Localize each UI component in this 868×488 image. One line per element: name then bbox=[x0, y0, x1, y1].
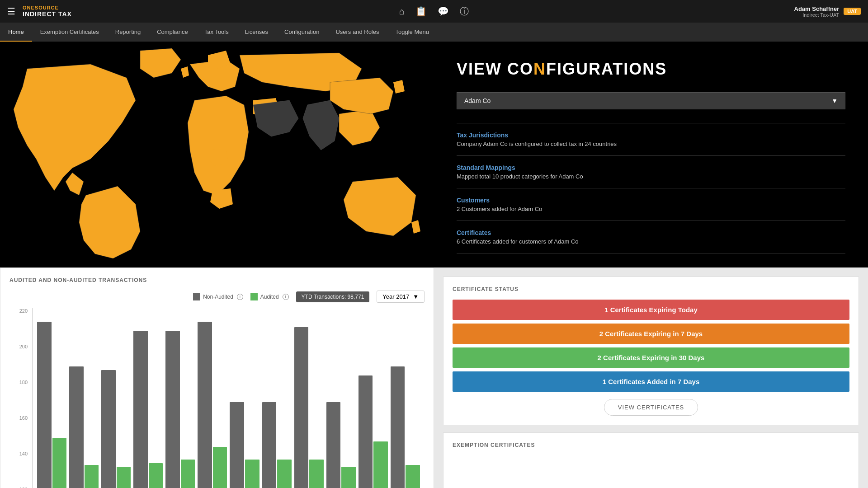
y-label-200: 200 bbox=[19, 344, 28, 349]
user-sub: Indirect Tax-UAT bbox=[802, 12, 839, 18]
bar-green-12 bbox=[406, 465, 420, 488]
exemption-title: EXEMPTION CERTIFICATES bbox=[453, 442, 849, 448]
nav-home[interactable]: Home bbox=[0, 23, 32, 42]
bar-group-9 bbox=[294, 313, 324, 488]
bar-group-10 bbox=[326, 313, 356, 488]
non-audited-info-icon[interactable]: i bbox=[237, 294, 243, 300]
ytd-badge: YTD Transactions: 98,771 bbox=[296, 291, 370, 302]
y-label-180: 180 bbox=[19, 380, 28, 385]
bar-group-4 bbox=[133, 313, 163, 488]
bar-grey-7 bbox=[230, 402, 244, 488]
legend-audited-label: Audited bbox=[260, 294, 279, 300]
bar-green-6 bbox=[213, 447, 227, 488]
config-item-certificates: Certificates 6 Certificates added for cu… bbox=[457, 221, 845, 253]
message-icon[interactable]: 💬 bbox=[438, 6, 449, 17]
exemption-panel: EXEMPTION CERTIFICATES bbox=[443, 432, 859, 488]
bar-green-7 bbox=[245, 460, 259, 488]
cert-added-7-btn[interactable]: 1 Certificates Added in 7 Days bbox=[453, 371, 849, 392]
user-name: Adam Schaffner bbox=[794, 5, 840, 12]
audited-info-icon[interactable]: i bbox=[283, 294, 289, 300]
hero-section: VIEW CONFIGURATIONS Adam Co ▼ Tax Jurisd… bbox=[0, 42, 868, 267]
legend-non-audited: Non-Audited i bbox=[193, 293, 243, 300]
bar-group-12 bbox=[391, 313, 420, 488]
nav-bar: Home Exemption Certificates Reporting Co… bbox=[0, 23, 868, 42]
cert-expiring-7-btn[interactable]: 2 Certificates Expiring in 7 Days bbox=[453, 324, 849, 344]
bar-group-7 bbox=[230, 313, 259, 488]
year-label: Year 2017 bbox=[382, 293, 409, 300]
config-items: Tax Jurisdictions Company Adam Co is con… bbox=[457, 123, 845, 253]
year-select[interactable]: Year 2017 ▼ bbox=[377, 291, 425, 303]
y-axis: 220 200 180 160 140 120 bbox=[9, 308, 30, 488]
top-icons: ⌂ 📋 💬 ⓘ bbox=[399, 5, 469, 18]
bar-grey-10 bbox=[326, 402, 341, 488]
bottom-section: AUDITED AND NON-AUDITED TRANSACTIONS Non… bbox=[0, 267, 868, 488]
chart-panel: AUDITED AND NON-AUDITED TRANSACTIONS Non… bbox=[0, 267, 434, 488]
bar-grey-4 bbox=[133, 331, 148, 488]
config-item-standard-mappings: Standard Mappings Mapped total 10 produc… bbox=[457, 156, 845, 188]
bar-grey-3 bbox=[101, 370, 116, 488]
bar-grey-1 bbox=[37, 322, 52, 488]
cert-expiring-today-btn[interactable]: 1 Certificates Expiring Today bbox=[453, 300, 849, 320]
chart-title: AUDITED AND NON-AUDITED TRANSACTIONS bbox=[9, 277, 425, 283]
bar-green-3 bbox=[117, 467, 131, 488]
nav-configuration[interactable]: Configuration bbox=[276, 23, 327, 42]
bar-green-11 bbox=[373, 441, 388, 488]
company-dropdown[interactable]: Adam Co ▼ bbox=[457, 92, 845, 109]
config-item-customers: Customers 2 Customers added for Adam Co bbox=[457, 188, 845, 221]
company-name: Adam Co bbox=[464, 97, 491, 104]
y-label-140: 140 bbox=[19, 451, 28, 456]
bar-green-1 bbox=[52, 438, 67, 488]
nav-compliance[interactable]: Compliance bbox=[149, 23, 196, 42]
standard-mappings-desc: Mapped total 10 product categories for A… bbox=[457, 173, 845, 180]
config-title: VIEW CONFIGURATIONS bbox=[457, 60, 845, 79]
nav-licenses[interactable]: Licenses bbox=[237, 23, 276, 42]
view-certificates-btn[interactable]: VIEW CERTIFICATES bbox=[604, 399, 698, 416]
customers-desc: 2 Customers added for Adam Co bbox=[457, 206, 845, 212]
bar-group-6 bbox=[198, 313, 227, 488]
world-map bbox=[0, 42, 434, 267]
home-icon[interactable]: ⌂ bbox=[399, 6, 405, 17]
standard-mappings-link[interactable]: Standard Mappings bbox=[457, 164, 845, 171]
bar-green-8 bbox=[277, 460, 292, 488]
uat-badge: UAT bbox=[844, 8, 861, 15]
certificates-desc: 6 Certificates added for customers of Ad… bbox=[457, 238, 845, 245]
bar-group-11 bbox=[359, 313, 388, 488]
tax-jurisdictions-link[interactable]: Tax Jurisdictions bbox=[457, 131, 845, 139]
report-icon[interactable]: 📋 bbox=[415, 6, 427, 17]
bar-grey-11 bbox=[359, 375, 373, 488]
chart-controls: Non-Audited i Audited i YTD Transactions… bbox=[9, 291, 425, 303]
right-panel: CERTIFICATE STATUS 1 Certificates Expiri… bbox=[434, 267, 868, 488]
legend-non-audited-label: Non-Audited bbox=[203, 294, 233, 300]
hamburger-icon[interactable]: ☰ bbox=[7, 6, 15, 17]
bar-group-5 bbox=[165, 313, 195, 488]
bar-group-1 bbox=[37, 313, 66, 488]
config-item-tax-jurisdictions: Tax Jurisdictions Company Adam Co is con… bbox=[457, 123, 845, 156]
bar-green-4 bbox=[149, 463, 163, 488]
nav-reporting[interactable]: Reporting bbox=[107, 23, 149, 42]
config-section: VIEW CONFIGURATIONS Adam Co ▼ Tax Jurisd… bbox=[434, 42, 868, 267]
bar-green-2 bbox=[85, 465, 99, 488]
nav-toggle-menu[interactable]: Toggle Menu bbox=[387, 23, 437, 42]
legend-audited-box bbox=[250, 293, 258, 300]
chart-area: 220 200 180 160 140 120 bbox=[9, 308, 425, 488]
brand-bottom: INDIRECT TAX bbox=[23, 10, 72, 18]
legend-audited: Audited i bbox=[250, 293, 289, 300]
bar-grey-8 bbox=[262, 402, 277, 488]
bars-container bbox=[32, 308, 425, 488]
tax-jurisdictions-desc: Company Adam Co is configured to collect… bbox=[457, 141, 845, 147]
certificates-link[interactable]: Certificates bbox=[457, 229, 845, 236]
user-info: Adam Schaffner Indirect Tax-UAT bbox=[794, 5, 840, 18]
bar-green-5 bbox=[181, 460, 195, 488]
nav-users-roles[interactable]: Users and Roles bbox=[327, 23, 387, 42]
cert-expiring-30-btn[interactable]: 2 Certificates Expiring in 30 Days bbox=[453, 347, 849, 368]
nav-exemption-certificates[interactable]: Exemption Certificates bbox=[32, 23, 107, 42]
brand: ONESOURCE INDIRECT TAX bbox=[23, 5, 72, 18]
bar-group-2 bbox=[69, 313, 99, 488]
bar-grey-9 bbox=[294, 327, 309, 488]
brand-top: ONESOURCE bbox=[23, 5, 72, 10]
nav-tax-tools[interactable]: Tax Tools bbox=[196, 23, 237, 42]
customers-link[interactable]: Customers bbox=[457, 197, 845, 204]
bar-grey-12 bbox=[391, 366, 405, 488]
bar-grey-6 bbox=[198, 322, 212, 488]
help-icon[interactable]: ⓘ bbox=[460, 5, 469, 18]
